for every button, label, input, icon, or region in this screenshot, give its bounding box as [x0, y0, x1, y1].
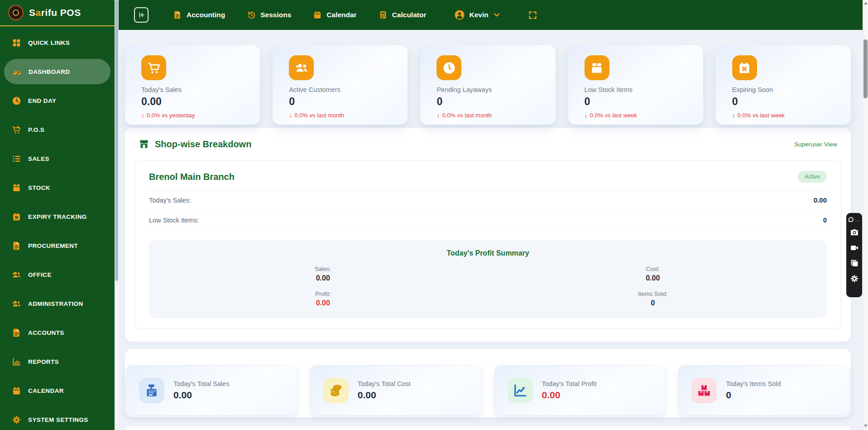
total-card-todays-total-cost: Today's Total Cost 0.00 — [310, 365, 482, 416]
record-video-button[interactable] — [849, 243, 859, 253]
totals-panel: Today's Total Sales 0.00 Today's Total C… — [125, 349, 851, 417]
cart-icon — [141, 55, 166, 80]
total-value: 0.00 — [173, 390, 229, 401]
users-icon — [289, 55, 314, 80]
fullscreen-button[interactable] — [528, 10, 537, 20]
cash-register-icon — [139, 378, 164, 403]
capture-region-button[interactable] — [849, 258, 859, 268]
extension-settings-button[interactable] — [849, 274, 859, 284]
nav-item-label: Calculator — [392, 11, 427, 19]
stat-label: Expiring Soon — [732, 86, 834, 93]
nav-item-label: Accounting — [187, 11, 225, 19]
gear-icon — [12, 415, 21, 425]
nav-item-calendar[interactable]: Calendar — [313, 10, 356, 19]
scrollbar-down-arrow[interactable] — [864, 425, 868, 427]
total-card-todays-items-sold: Today's Items Sold 0 — [678, 365, 850, 416]
sidebar-item-label: EXPIRY TRACKING — [28, 213, 87, 220]
collapse-sidebar-button[interactable] — [134, 7, 149, 23]
stat-card-expiring-soon: Expiring Soon 0 ↓0.0% vs last week — [716, 45, 851, 125]
extension-menu-button[interactable]: … — [849, 217, 860, 222]
sidebar-menu: QUICK LINKS DASHBOARD END DAY P.O.S SALE… — [0, 26, 115, 430]
profit-summary-box: Today's Profit Summary Sales: 0.00 Cost:… — [149, 240, 827, 318]
stat-delta: ↓0.0% vs last week — [585, 111, 687, 119]
sidebar-item-sales[interactable]: SALES — [0, 144, 115, 173]
sidebar-item-label: ACCOUNTS — [28, 329, 64, 336]
stat-label: Active Customers — [289, 86, 391, 93]
user-name: Kevin — [469, 11, 488, 19]
stat-delta: ↓0.0% vs last month — [436, 111, 539, 119]
stat-delta: ↓0.0% vs last month — [289, 111, 391, 119]
nav-item-label: Sessions — [260, 11, 291, 19]
brand-title: Sarifu POS — [29, 7, 81, 18]
extension-logo-icon — [849, 217, 854, 222]
superuser-view-link[interactable]: Superuser View — [794, 141, 837, 148]
sidebar-item-accounts[interactable]: ACCOUNTS — [0, 318, 115, 347]
calendar-x-icon — [12, 212, 21, 222]
down-arrow-icon: ↓ — [585, 111, 588, 119]
total-card-todays-total-sales: Today's Total Sales 0.00 — [126, 365, 297, 416]
branch-row-low-stock: Low Stock Items: 0 — [149, 210, 827, 230]
sidebar-item-system-settings[interactable]: SYSTEM SETTINGS — [0, 405, 115, 430]
next-panel-edge — [125, 426, 851, 430]
sidebar-item-stock[interactable]: STOCK — [0, 173, 115, 202]
total-label: Today's Total Sales — [173, 380, 229, 387]
clock-icon — [436, 55, 461, 80]
sidebar-item-label: SYSTEM SETTINGS — [28, 416, 88, 423]
nav-item-label: Calendar — [326, 11, 356, 19]
stat-label: Low Stock Items — [585, 86, 687, 93]
camera-icon — [850, 228, 859, 237]
sidebar-item-administration[interactable]: ADMINISTRATION — [0, 289, 115, 318]
bar-chart-icon — [12, 357, 21, 367]
sidebar-item-pos[interactable]: P.O.S — [0, 115, 115, 144]
line-chart-icon — [508, 378, 533, 403]
sidebar-item-label: DASHBOARD — [29, 68, 70, 75]
sidebar-item-label: STOCK — [28, 184, 50, 191]
scrollbar-thumb[interactable] — [863, 39, 868, 98]
sidebar-item-office[interactable]: OFFICE — [0, 260, 115, 289]
sidebar-item-label: END DAY — [28, 97, 56, 104]
shop-breakdown-panel: Shop-wise Breakdown Superuser View Breno… — [125, 128, 851, 342]
dashboard-gauge-icon — [12, 67, 22, 77]
down-arrow-icon: ↓ — [732, 111, 735, 119]
chevron-down-icon — [493, 11, 501, 19]
sidebar-item-calendar[interactable]: CALENDAR — [0, 376, 115, 405]
sidebar-item-procurement[interactable]: PROCUREMENT — [0, 231, 115, 260]
sidebar-item-reports[interactable]: REPORTS — [0, 347, 115, 376]
profit-cell-sales: Sales: 0.00 — [158, 266, 488, 282]
sidebar-item-label: OFFICE — [28, 271, 52, 278]
stat-value: 0 — [585, 96, 687, 108]
calendar-icon — [313, 10, 322, 19]
user-menu[interactable]: Kevin — [454, 10, 500, 20]
sidebar-item-expiry-tracking[interactable]: EXPIRY TRACKING — [0, 202, 115, 231]
nav-item-accounting[interactable]: Accounting — [173, 10, 225, 19]
profit-cell-profit: Profit: 0.00 — [158, 290, 488, 307]
shop-breakdown-title: Shop-wise Breakdown — [139, 139, 251, 150]
stacked-boxes-icon — [691, 378, 717, 403]
sidebar-item-end-day[interactable]: END DAY — [0, 86, 115, 115]
nav-item-calculator[interactable]: Calculator — [379, 10, 427, 19]
page-scrollbar[interactable] — [863, 0, 868, 430]
sidebar-item-quick-links[interactable]: QUICK LINKS — [0, 28, 115, 57]
sidebar-item-label: CALENDAR — [28, 387, 64, 394]
scrollbar-up-arrow[interactable] — [864, 2, 868, 5]
sidebar-item-dashboard[interactable]: DASHBOARD — [4, 59, 110, 84]
calculator-icon — [379, 10, 388, 19]
sidebar-item-label: QUICK LINKS — [28, 39, 70, 46]
box-icon — [585, 55, 609, 80]
total-value: 0.00 — [358, 390, 411, 401]
stat-card-todays-sales: Today's Sales 0.00 ↓0.0% vs yesterday — [125, 45, 260, 125]
nav-item-sessions[interactable]: Sessions — [247, 10, 291, 19]
topbar: Accounting Sessions Calendar Calculator … — [119, 0, 868, 30]
totals-cards-row: Today's Total Sales 0.00 Today's Total C… — [126, 365, 850, 416]
fullscreen-icon — [528, 10, 537, 20]
sidebar-item-label: SALES — [28, 155, 49, 162]
stat-card-pending-layaways: Pending Layaways 0 ↓0.0% vs last month — [420, 45, 555, 125]
row-value: 0.00 — [814, 196, 827, 204]
sidebar-item-label: P.O.S — [28, 126, 44, 133]
total-value: 0.00 — [542, 390, 597, 401]
sidebar-scrollbar-thumb[interactable] — [115, 0, 118, 281]
branch-card: Brenol Main Branch Active Today's Sales:… — [135, 160, 841, 329]
collapse-arrow-icon — [136, 10, 146, 20]
screenshot-camera-button[interactable] — [849, 227, 859, 237]
total-label: Today's Total Cost — [358, 380, 411, 387]
